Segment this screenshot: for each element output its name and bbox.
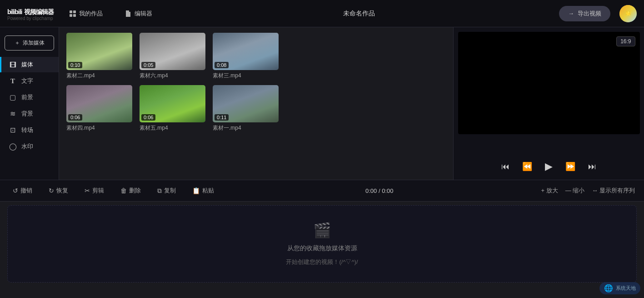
watermark-icon: ◯ [9,142,17,151]
sidebar-item-bg-label: 背景 [21,110,33,118]
media-thumbnail: 0:06 [66,85,132,122]
media-duration: 0:08 [215,62,229,68]
copy-button[interactable]: ⧉ 复制 [154,184,180,197]
aspect-ratio-badge: 16:9 [616,36,635,46]
sidebar-item-text-label: 文字 [21,77,33,85]
add-media-button[interactable]: ＋ 添加媒体 [5,35,54,51]
editor-label: 编辑器 [135,10,152,18]
copy-label: 复制 [164,187,176,195]
preview-controls: ⏮ ⏪ ▶ ⏩ ⏭ [499,159,598,174]
sidebar-item-media-label: 媒体 [21,61,33,69]
skip-to-end-button[interactable]: ⏭ [586,160,598,173]
time-display: 0:00 / 0:00 [227,187,532,194]
my-works-label: 我的作品 [79,10,103,18]
sidebar-item-text[interactable]: T 文字 [0,73,59,89]
fast-forward-button[interactable]: ⏩ [564,160,577,173]
media-duration: 0:05 [141,62,155,68]
earth-icon: 🌐 [604,284,613,293]
redo-button[interactable]: ↻ 恢复 [45,184,72,197]
file-icon [125,10,132,17]
list-item[interactable]: 0:06 素材四.mp4 [66,85,132,132]
media-icon: 🎞 [9,61,17,69]
skip-to-start-button[interactable]: ⏮ [499,160,511,173]
media-name: 素材二.mp4 [66,72,132,80]
zoom-in-button[interactable]: + 放大 [541,187,558,195]
media-thumbnail: 0:10 [66,33,132,70]
timeline-area[interactable]: 🎬 从您的收藏拖放媒体资源 开始创建您的视频！(/^▽^)/ [7,205,637,283]
sidebar-item-wm-label: 水印 [21,142,33,151]
preview-wrapper: 16:9 [458,32,640,134]
sidebar: ＋ 添加媒体 🎞 媒体 T 文字 ▢ 前景 ≋ 背景 ⊡ 转场 [0,27,59,180]
sidebar-item-media[interactable]: 🎞 媒体 [0,57,59,72]
paste-icon: 📋 [192,187,200,194]
svg-rect-2 [70,14,72,17]
list-item[interactable]: 0:11 素材一.mp4 [213,85,279,132]
media-thumbnail: 0:06 [140,85,205,122]
rewind-button[interactable]: ⏪ [520,160,534,173]
svg-rect-1 [73,10,76,13]
zoom-out-button[interactable]: — 缩小 [565,187,585,195]
media-name: 素材四.mp4 [66,124,132,132]
sidebar-item-transition[interactable]: ⊡ 转场 [0,122,59,138]
toolbar-right: + 放大 — 缩小 ↔ 显示所有序列 [541,187,635,195]
media-duration: 0:10 [68,62,82,68]
show-all-label: ↔ 显示所有序列 [592,187,635,195]
background-icon: ≋ [9,110,17,118]
project-title: 未命名作品 [168,10,550,18]
media-thumbnail: 0:05 [140,33,205,70]
watermark-badge: 🌐 系统天地 [599,282,640,294]
transition-icon: ⊡ [9,126,17,134]
list-item[interactable]: 0:10 素材二.mp4 [66,33,132,80]
logo-suffix: 视频编辑器 [24,8,54,15]
trash-icon: 🗑 [120,187,127,194]
cut-label: 剪辑 [92,187,104,195]
media-thumbnail: 0:11 [213,85,279,122]
undo-button[interactable]: ↺ 撤销 [9,184,36,197]
media-duration: 0:06 [68,114,82,121]
editor-button[interactable]: 编辑器 [118,7,159,20]
plus-icon: ＋ [15,39,20,47]
text-icon: T [9,77,17,85]
preview-screen [458,32,640,134]
list-item[interactable]: 0:08 素材三.mp4 [213,33,279,80]
zoom-in-label: + 放大 [541,187,558,195]
media-name: 素材五.mp4 [140,124,205,132]
timeline-hint1: 从您的收藏拖放媒体资源 [287,244,357,253]
sidebar-item-fg-label: 前景 [21,93,33,101]
play-button[interactable]: ▶ [543,159,554,174]
timeline-hint2: 开始创建您的视频！(/^▽^)/ [286,258,358,266]
add-media-label: 添加媒体 [23,39,45,47]
export-button[interactable]: → 导出视频 [559,6,610,21]
media-duration: 0:06 [141,114,155,121]
logo-powered: Powered by clipchamp [7,16,54,21]
sidebar-item-tr-label: 转场 [21,126,33,134]
sidebar-item-foreground[interactable]: ▢ 前景 [0,90,59,105]
logo: bilibili 视频编辑器 Powered by clipchamp [7,6,54,21]
media-duration: 0:11 [215,114,229,121]
cut-button[interactable]: ✂ 剪辑 [81,184,108,197]
scissors-icon: ✂ [85,187,90,194]
bottom-section: ↺ 撤销 ↻ 恢复 ✂ 剪辑 🗑 删除 ⧉ 复制 📋 粘贴 [0,180,644,286]
list-item[interactable]: 0:06 素材五.mp4 [140,85,205,132]
export-arrow-icon: → [568,10,574,17]
list-item[interactable]: 0:05 素材六.mp4 [140,33,205,80]
timeline-toolbar: ↺ 撤销 ↻ 恢复 ✂ 剪辑 🗑 删除 ⧉ 复制 📋 粘贴 [0,180,644,202]
undo-label: 撤销 [20,187,32,195]
redo-label: 恢复 [56,187,68,195]
delete-button[interactable]: 🗑 删除 [117,184,145,197]
redo-icon: ↻ [49,187,54,194]
delete-label: 删除 [129,187,141,195]
topbar: bilibili 视频编辑器 Powered by clipchamp 我的作品… [0,0,644,27]
media-name: 素材三.mp4 [213,72,279,80]
sidebar-item-watermark[interactable]: ◯ 水印 [0,139,59,154]
media-thumbnail: 0:08 [213,33,279,70]
my-works-button[interactable]: 我的作品 [63,7,109,20]
grid-icon [69,10,76,17]
avatar[interactable]: 🌟 [619,5,637,22]
export-label: 导出视频 [578,10,601,18]
show-all-button[interactable]: ↔ 显示所有序列 [592,187,635,195]
watermark-label: 系统天地 [616,285,636,292]
sidebar-item-background[interactable]: ≋ 背景 [0,106,59,121]
paste-button[interactable]: 📋 粘贴 [189,184,218,197]
zoom-out-label: — 缩小 [565,187,585,195]
